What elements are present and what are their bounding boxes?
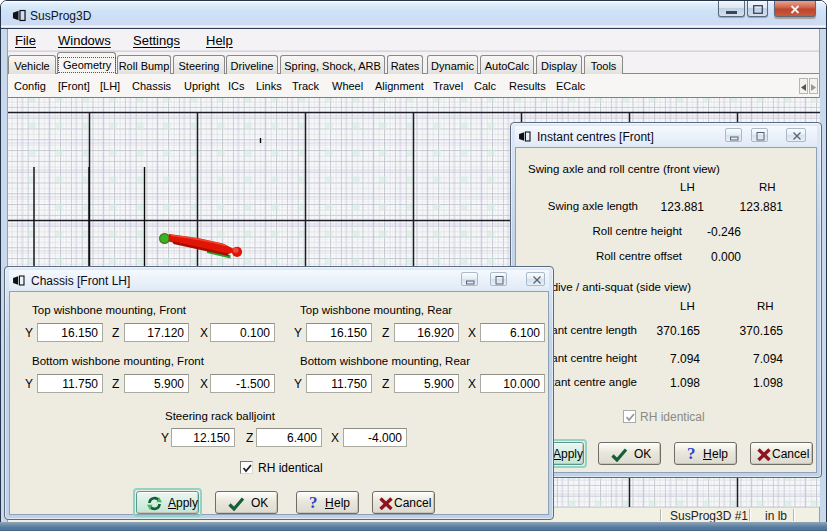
svg-text:?: ? [687, 445, 696, 463]
svg-text:?: ? [309, 494, 318, 512]
